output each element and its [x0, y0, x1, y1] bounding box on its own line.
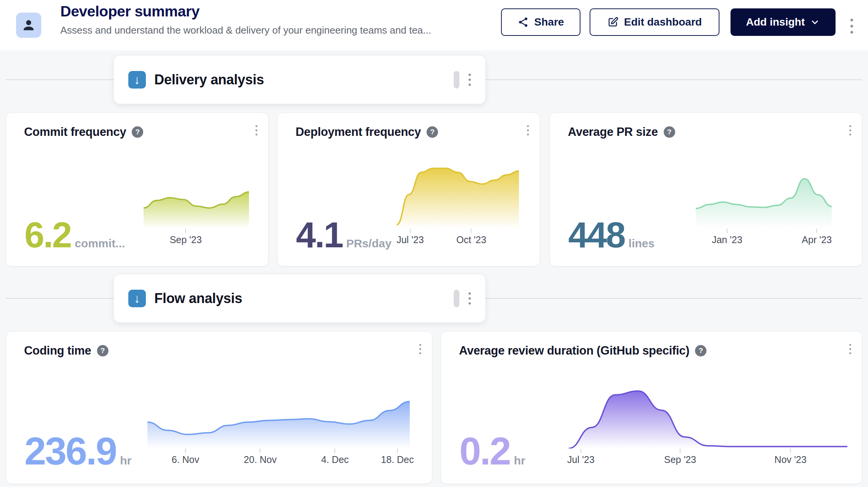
commit-frequency-chart	[144, 190, 249, 229]
metric-unit: hr	[514, 454, 525, 467]
card-title: Coding time	[24, 344, 91, 358]
card-deployment-frequency: Deployment frequency 4.1 PRs/day Jul '23…	[277, 113, 540, 266]
add-insight-button-label: Add insight	[746, 16, 805, 28]
chart-area: Jan '23Apr '23	[696, 176, 832, 246]
average-review-duration-chart	[569, 387, 847, 448]
metric-unit: hr	[120, 454, 131, 467]
dashboard-page: Developer summary Assess and understand …	[0, 0, 868, 487]
chart-area: 6. Nov20. Nov4. Dec18. Dec	[147, 398, 410, 466]
metric-number: 448	[568, 217, 625, 253]
share-icon	[517, 16, 529, 28]
section-kebab-menu[interactable]	[469, 74, 471, 86]
page-subtitle: Assess and understand the workload & del…	[60, 24, 492, 36]
dashboard-avatar	[16, 13, 41, 38]
down-arrow-emoji-icon: ↓	[128, 71, 146, 89]
metric-unit: commit...	[75, 237, 125, 250]
card-commit-frequency: Commit frequency 6.2 commit... Sep '23	[6, 113, 268, 266]
average-pr-size-chart	[696, 176, 832, 229]
x-axis-ticks: Jul '23Sep '23Nov '23	[569, 448, 847, 466]
section-controls	[454, 290, 471, 307]
card-kebab-menu[interactable]	[849, 344, 851, 354]
card-coding-time: Coding time 236.9 hr 6. Nov20. Nov4. Dec…	[6, 331, 432, 484]
metric-number: 6.2	[24, 217, 71, 253]
card-average-review-duration: Average review duration (GitHub specific…	[441, 331, 862, 484]
card-title: Average PR size	[568, 125, 658, 139]
person-icon	[21, 18, 36, 32]
edit-dashboard-button[interactable]: Edit dashboard	[590, 8, 719, 36]
help-icon[interactable]	[427, 126, 438, 138]
card-kebab-menu[interactable]	[419, 344, 421, 354]
card-title: Deployment frequency	[296, 125, 421, 139]
chart-area: Sep '23	[144, 190, 249, 246]
coding-time-chart	[147, 398, 410, 448]
section-delivery-analysis: ↓ Delivery analysis	[114, 56, 485, 104]
section-controls	[454, 71, 471, 89]
share-button[interactable]: Share	[501, 8, 580, 36]
add-insight-button[interactable]: Add insight	[731, 8, 836, 36]
deployment-frequency-chart	[397, 164, 519, 229]
chart-area: Jul '23Sep '23Nov '23	[569, 387, 847, 466]
drag-handle[interactable]	[454, 71, 459, 89]
section-kebab-menu[interactable]	[469, 292, 471, 305]
card-average-pr-size: Average PR size 448 lines Jan '23Apr '23	[550, 113, 862, 266]
metric-unit: PRs/day	[346, 237, 391, 250]
section-title: Delivery analysis	[154, 72, 264, 88]
chart-area: Jul '23Oct '23	[397, 164, 519, 246]
edit-dashboard-button-label: Edit dashboard	[624, 16, 702, 28]
metric-number: 4.1	[296, 217, 343, 253]
section-title: Flow analysis	[154, 290, 242, 306]
card-kebab-menu[interactable]	[255, 125, 257, 135]
help-icon[interactable]	[664, 126, 675, 138]
down-arrow-emoji-icon: ↓	[128, 290, 146, 307]
metric-unit: lines	[629, 237, 655, 250]
metric-value: 448 lines	[568, 217, 655, 253]
page-header: Developer summary Assess and understand …	[0, 0, 868, 50]
metric-number: 0.2	[459, 432, 510, 471]
page-title: Developer summary	[60, 3, 492, 20]
x-axis-ticks: 6. Nov20. Nov4. Dec18. Dec	[147, 448, 410, 466]
x-axis-ticks: Jan '23Apr '23	[696, 229, 832, 246]
metric-value: 4.1 PRs/day	[296, 217, 391, 253]
edit-icon	[607, 16, 619, 28]
card-title: Commit frequency	[24, 125, 126, 139]
section-flow-analysis: ↓ Flow analysis	[114, 274, 485, 323]
drag-handle[interactable]	[454, 290, 459, 307]
chevron-down-icon	[810, 17, 820, 27]
header-text: Developer summary Assess and understand …	[60, 3, 492, 36]
help-icon[interactable]	[132, 126, 143, 138]
x-axis-ticks: Jul '23Oct '23	[397, 229, 519, 246]
share-button-label: Share	[534, 16, 564, 28]
help-icon[interactable]	[695, 345, 706, 356]
card-kebab-menu[interactable]	[849, 125, 851, 135]
metric-number: 236.9	[24, 432, 116, 471]
card-kebab-menu[interactable]	[527, 125, 529, 135]
metric-value: 6.2 commit...	[24, 217, 125, 253]
metric-value: 0.2 hr	[459, 432, 525, 471]
x-axis-ticks: Sep '23	[144, 229, 249, 246]
header-kebab-menu[interactable]	[847, 11, 856, 40]
help-icon[interactable]	[97, 345, 108, 356]
metric-value: 236.9 hr	[24, 432, 131, 471]
card-title: Average review duration (GitHub specific…	[459, 344, 689, 358]
